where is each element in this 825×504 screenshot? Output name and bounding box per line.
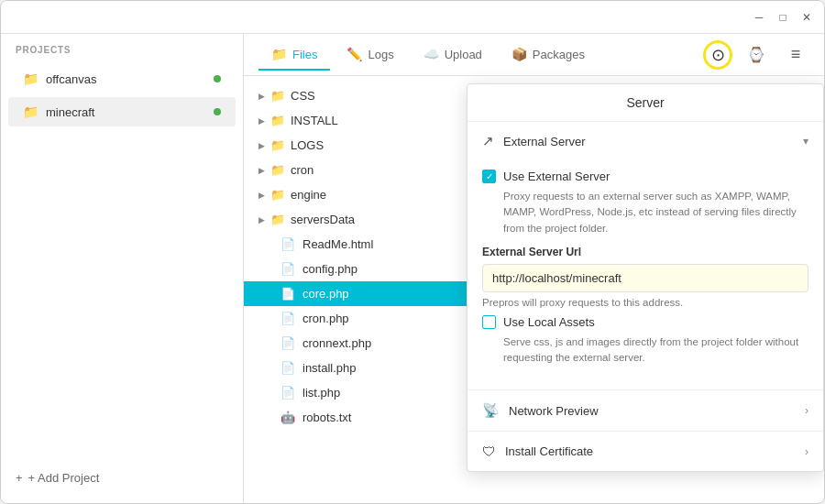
file-name: cron.php [302, 312, 349, 325]
tab-bar-right: ⊙ ⌚ ≡ [703, 40, 809, 70]
use-local-assets-helper: Serve css, js and images directly from t… [503, 334, 808, 367]
project-label: minecraft [46, 105, 206, 119]
title-bar-controls: ─ □ ✕ [751, 9, 815, 26]
arrow-icon: ▶ [258, 191, 265, 200]
file-icon: 📄 [280, 262, 295, 276]
file-name: cronnext.php [302, 336, 371, 350]
arrow-icon: ▶ [258, 166, 265, 175]
project-label: offcanvas [46, 72, 206, 86]
folder-icon: 📁 [270, 163, 285, 177]
external-url-input[interactable] [482, 264, 808, 292]
file-icon: 🤖 [280, 411, 295, 424]
file-name: ReadMe.html [302, 237, 373, 251]
file-icon: 📄 [280, 361, 295, 375]
arrow-icon: ▶ [258, 215, 265, 225]
use-external-server-row: Use External Server [482, 170, 808, 183]
add-project-label: + Add Project [28, 471, 100, 485]
file-icon: 📄 [280, 336, 295, 350]
shield-icon: 🛡 [482, 444, 496, 459]
folder-icon: 📁 [23, 104, 38, 119]
folder-icon: 📁 [270, 213, 285, 226]
close-button[interactable]: ✕ [798, 9, 815, 26]
install-cert-label: Install Certificate [505, 444, 796, 458]
folder-name: INSTALL [291, 114, 338, 127]
folder-icon: 📁 [270, 89, 285, 103]
tab-logs[interactable]: ✏️ Logs [334, 39, 406, 71]
folder-name: CSS [291, 89, 315, 103]
tab-upload[interactable]: ☁️ Upload [411, 39, 495, 71]
file-name: core.php [302, 287, 349, 301]
chevron-right-icon: › [805, 445, 808, 458]
upload-tab-label: Upload [445, 48, 482, 61]
use-local-assets-label: Use Local Assets [503, 315, 595, 329]
folder-name: cron [291, 163, 314, 177]
file-icon: 📄 [280, 386, 295, 400]
server-button[interactable]: ⊙ [703, 40, 732, 70]
add-project-button[interactable]: + + Add Project [1, 462, 243, 494]
logs-tab-icon: ✏️ [346, 47, 362, 61]
network-icon: 📡 [482, 402, 500, 419]
arrow-icon: ▶ [258, 141, 265, 150]
url-helper-text: Prepros will proxy requests to this addr… [482, 297, 808, 308]
arrow-icon: ▶ [258, 92, 265, 101]
network-preview-row[interactable]: 📡 Network Preview › [468, 390, 823, 432]
title-bar: ─ □ ✕ [1, 1, 824, 34]
sidebar-item-offcanvas[interactable]: 📁 offcanvas [8, 64, 236, 93]
folder-name: serversData [291, 213, 355, 226]
app-window: ─ □ ✕ PROJECTS 📁 offcanvas 📁 minecraft +… [0, 0, 825, 504]
file-name: config.php [302, 262, 358, 276]
status-dot [214, 108, 221, 115]
use-external-server-checkbox[interactable] [482, 170, 496, 183]
files-tab-icon: 📁 [271, 47, 287, 61]
tab-bar: 📁 Files ✏️ Logs ☁️ Upload 📦 Packages ⊙ [244, 34, 824, 76]
folder-name: engine [291, 188, 326, 202]
external-server-body: Use External Server Proxy requests to an… [468, 160, 823, 389]
packages-tab-label: Packages [533, 48, 585, 61]
folder-icon: 📁 [270, 138, 285, 152]
server-panel-title: Server [468, 84, 823, 122]
url-field-label: External Server Url [482, 246, 808, 258]
external-server-section: ↗ External Server ▾ Use External Server … [468, 122, 823, 390]
file-icon: 📄 [280, 312, 295, 325]
use-local-assets-row: Use Local Assets [482, 315, 808, 329]
packages-tab-icon: 📦 [512, 47, 527, 61]
file-icon: 📄 [280, 287, 295, 301]
chevron-down-icon: ▾ [803, 135, 808, 148]
folder-name: LOGS [291, 138, 324, 152]
tab-packages[interactable]: 📦 Packages [499, 39, 598, 71]
logs-tab-label: Logs [368, 48, 393, 61]
file-name: install.php [302, 361, 357, 375]
install-certificate-row[interactable]: 🛡 Install Certificate › [468, 432, 823, 471]
use-local-assets-checkbox[interactable] [482, 315, 496, 329]
sidebar-item-minecraft[interactable]: 📁 minecraft [8, 97, 236, 126]
external-server-label: External Server [503, 135, 794, 148]
sidebar: PROJECTS 📁 offcanvas 📁 minecraft + + Add… [1, 34, 244, 503]
settings-button[interactable]: ⌚ [742, 40, 771, 70]
external-server-header[interactable]: ↗ External Server ▾ [468, 122, 823, 160]
chevron-right-icon: › [805, 404, 808, 417]
server-panel: Server ↗ External Server ▾ Use External … [467, 83, 824, 472]
files-tab-label: Files [292, 48, 317, 61]
use-external-server-label: Use External Server [503, 170, 610, 183]
sidebar-header: PROJECTS [1, 34, 243, 62]
file-icon: 📄 [280, 237, 295, 251]
folder-icon: 📁 [270, 114, 285, 127]
network-preview-label: Network Preview [509, 404, 796, 418]
file-name: list.php [302, 386, 340, 400]
status-dot [214, 75, 221, 82]
upload-tab-icon: ☁️ [424, 47, 439, 61]
folder-icon: 📁 [270, 188, 285, 202]
file-name: robots.txt [302, 411, 351, 424]
minimize-button[interactable]: ─ [751, 9, 767, 26]
arrow-icon: ▶ [258, 116, 265, 126]
plus-icon: + [16, 471, 23, 485]
use-external-server-helper: Proxy requests to an external server suc… [503, 189, 808, 236]
menu-button[interactable]: ≡ [780, 40, 809, 70]
tab-files[interactable]: 📁 Files [258, 39, 330, 71]
external-link-icon: ↗ [482, 133, 494, 149]
folder-icon: 📁 [23, 71, 38, 86]
maximize-button[interactable]: □ [775, 9, 791, 26]
